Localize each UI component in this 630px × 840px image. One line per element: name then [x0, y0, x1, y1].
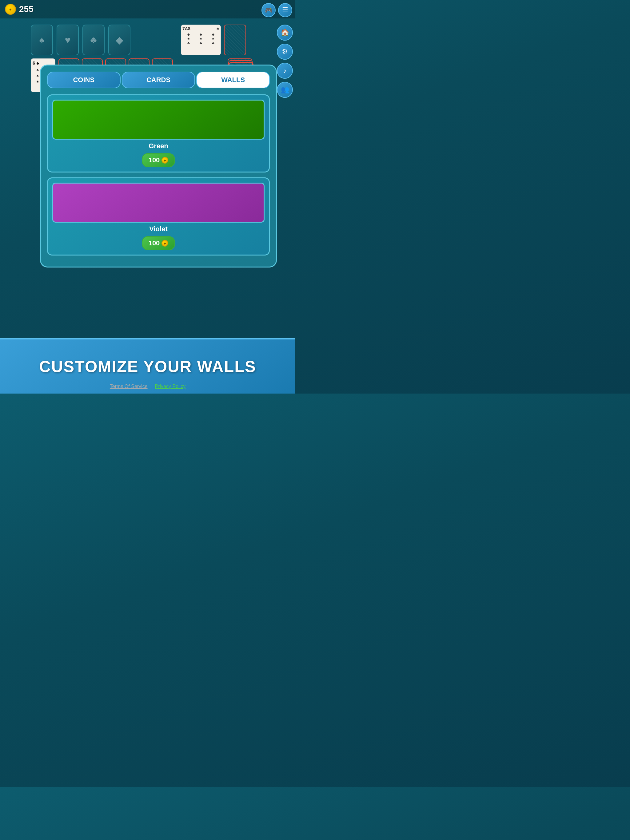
heart-suit-icon: ♥: [65, 35, 71, 46]
coin-count: 255: [19, 4, 33, 14]
diamond-placeholder: ◆: [108, 25, 130, 55]
music-icon: ♪: [283, 67, 287, 75]
cards-tab[interactable]: CARDS: [122, 72, 195, 88]
heart-placeholder: ♥: [57, 25, 79, 55]
right-sidebar: 🏠 ⚙ ♪ 👥: [277, 25, 293, 98]
footer-links: Terms Of Service Privacy Policy: [110, 384, 185, 389]
top-bar: ● 255 🎮 ☰: [0, 0, 295, 19]
terms-of-service-link[interactable]: Terms Of Service: [110, 384, 148, 389]
menu-button[interactable]: ☰: [278, 3, 292, 17]
violet-wall-item: Violet 100 ▶: [47, 177, 270, 256]
violet-price-row: 100 ▶: [52, 236, 264, 250]
avatar-button[interactable]: 👥: [277, 82, 293, 98]
violet-price-badge[interactable]: 100 ▶: [142, 236, 175, 250]
home-button[interactable]: 🏠: [277, 25, 293, 41]
suit-cards-row: ♠ ♥ ♣ ◆: [31, 25, 130, 55]
seven-ace-eight-card: 7A8 ♣ ♣♣♣ ♣♣♣ ♣♣♣: [181, 25, 221, 55]
diamond-suit-icon: ◆: [116, 34, 123, 46]
green-price-badge[interactable]: 100 ▶: [142, 153, 175, 167]
top-right-buttons: 🎮 ☰: [261, 3, 292, 17]
home-icon: 🏠: [281, 28, 289, 36]
walls-tab[interactable]: WALLS: [196, 72, 270, 88]
violet-wall-name: Violet: [52, 225, 264, 233]
music-button[interactable]: ♪: [277, 63, 293, 79]
violet-price-coin-icon: ▶: [161, 240, 168, 246]
club-placeholder: ♣: [82, 25, 104, 55]
tabs-row: COINS CARDS WALLS: [47, 72, 270, 88]
face-down-card-top: [224, 25, 246, 55]
violet-wall-preview: [52, 183, 264, 223]
menu-icon: ☰: [282, 6, 288, 14]
spade-suit-icon: ♠: [40, 35, 44, 46]
violet-price-label: 100: [149, 239, 160, 247]
green-wall-preview: [52, 99, 264, 140]
coin-icon: ●: [5, 4, 16, 15]
banner-title: CUSTOMIZE YOUR WALLS: [39, 357, 256, 376]
gamepad-button[interactable]: 🎮: [261, 3, 275, 17]
club-suit-icon: ♣: [90, 35, 97, 46]
coins-tab[interactable]: COINS: [47, 72, 120, 88]
settings-button[interactable]: ⚙: [277, 44, 293, 60]
green-wall-name: Green: [52, 142, 264, 150]
avatar-icon: 👥: [281, 86, 289, 94]
green-price-label: 100: [149, 156, 160, 164]
green-wall-item: Green 100 ▶: [47, 95, 270, 172]
gamepad-icon: 🎮: [265, 6, 272, 14]
settings-icon: ⚙: [282, 47, 288, 56]
special-cards-group: 7A8 ♣ ♣♣♣ ♣♣♣ ♣♣♣: [181, 25, 246, 55]
privacy-policy-link[interactable]: Privacy Policy: [155, 384, 186, 389]
dialog-panel: COINS CARDS WALLS Green 100 ▶ Violet 100…: [40, 65, 277, 267]
spade-placeholder: ♠: [31, 25, 53, 55]
green-price-row: 100 ▶: [52, 153, 264, 167]
green-price-coin-icon: ▶: [161, 157, 168, 164]
